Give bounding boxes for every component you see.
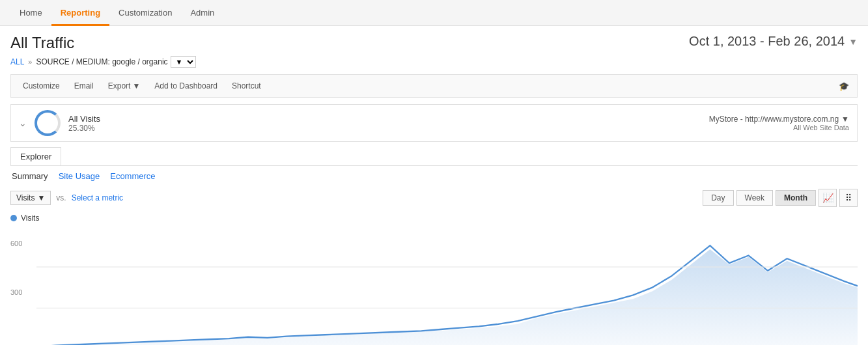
chart-y-labels: 600 300: [10, 240, 22, 337]
month-button[interactable]: Month: [776, 190, 816, 206]
breadcrumb-all[interactable]: ALL: [10, 57, 24, 66]
vs-label: vs.: [56, 193, 66, 202]
site-selector[interactable]: MyStore - http://www.mystore.com.ng ▼ Al…: [709, 115, 849, 131]
metric-dropdown-icon: ▼: [37, 193, 45, 202]
breadcrumb: ALL » SOURCE / MEDIUM: google / organic …: [10, 56, 858, 68]
legend-dot-visits: [10, 215, 17, 221]
site-name-text: MyStore - http://www.mystore.com.ng: [709, 115, 839, 124]
email-button[interactable]: Email: [68, 79, 100, 93]
help-icon[interactable]: 🎓: [836, 78, 852, 94]
week-button[interactable]: Week: [736, 190, 773, 206]
sub-tabs: Summary Site Usage Ecommerce: [10, 171, 858, 182]
customize-button[interactable]: Customize: [16, 79, 66, 93]
top-navigation: Home Reporting Customization Admin: [0, 0, 868, 26]
breadcrumb-dropdown[interactable]: ▼: [171, 56, 196, 68]
explorer-tab[interactable]: Explorer: [10, 147, 61, 165]
page-title: All Traffic: [10, 34, 74, 52]
metric-circle-indicator: [35, 110, 61, 136]
metric-collapse-button[interactable]: ⌄: [19, 118, 27, 128]
nav-admin[interactable]: Admin: [181, 0, 223, 26]
chart-svg: [36, 227, 858, 345]
breadcrumb-separator: »: [28, 58, 32, 66]
sub-tab-summary[interactable]: Summary: [12, 171, 48, 182]
y-label-300: 300: [10, 288, 22, 296]
breadcrumb-current-text: SOURCE / MEDIUM: google / organic: [36, 57, 167, 66]
line-chart-icon[interactable]: 📈: [819, 189, 837, 207]
date-range-text: Oct 1, 2013 - Feb 26, 2014: [689, 34, 845, 49]
svg-marker-0: [36, 249, 858, 345]
add-to-dashboard-button[interactable]: Add to Dashboard: [148, 79, 224, 93]
export-dropdown-icon: ▼: [132, 81, 140, 90]
legend-label-visits: Visits: [21, 214, 39, 223]
shortcut-button[interactable]: Shortcut: [225, 79, 268, 93]
nav-home[interactable]: Home: [10, 0, 51, 26]
nav-reporting[interactable]: Reporting: [51, 0, 109, 26]
chart-area: 600 300: [10, 227, 858, 345]
chart-controls: Visits ▼ vs. Select a metric Day Week Mo…: [10, 189, 858, 207]
explorer-tabs: Explorer: [10, 147, 858, 166]
date-range-arrow-icon: ▼: [848, 36, 858, 47]
sub-tab-ecommerce[interactable]: Ecommerce: [110, 171, 155, 182]
metric-info: All Visits 25.30%: [68, 114, 709, 133]
y-label-600: 600: [10, 240, 22, 247]
metric-value: 25.30%: [68, 124, 709, 133]
metric-dropdown-label: Visits: [16, 193, 35, 202]
chart-legend: Visits: [10, 214, 858, 223]
breadcrumb-current: SOURCE / MEDIUM: google / organic ▼: [36, 56, 195, 68]
scatter-chart-icon[interactable]: ⠿: [839, 189, 858, 207]
sub-tab-site-usage[interactable]: Site Usage: [59, 171, 100, 182]
metric-name: All Visits: [68, 114, 709, 124]
chart-container: Visits 600 300: [10, 214, 858, 345]
nav-customization[interactable]: Customization: [109, 0, 181, 26]
day-button[interactable]: Day: [703, 190, 733, 206]
export-label: Export: [108, 81, 131, 90]
date-range[interactable]: Oct 1, 2013 - Feb 26, 2014 ▼: [689, 34, 858, 49]
metric-row: ⌄ All Visits 25.30% MyStore - http://www…: [10, 104, 858, 142]
select-metric-link[interactable]: Select a metric: [72, 193, 123, 202]
site-name: MyStore - http://www.mystore.com.ng ▼: [709, 115, 849, 124]
time-period-buttons: Day Week Month 📈 ⠿: [703, 189, 858, 207]
metric-dropdown[interactable]: Visits ▼: [10, 191, 51, 205]
export-button[interactable]: Export ▼: [102, 79, 147, 93]
toolbar: Customize Email Export ▼ Add to Dashboar…: [10, 74, 858, 98]
site-sub: All Web Site Data: [793, 124, 849, 131]
main-content: All Traffic Oct 1, 2013 - Feb 26, 2014 ▼…: [0, 26, 868, 345]
site-dropdown-icon: ▼: [841, 115, 849, 124]
page-title-row: All Traffic Oct 1, 2013 - Feb 26, 2014 ▼: [10, 34, 858, 52]
